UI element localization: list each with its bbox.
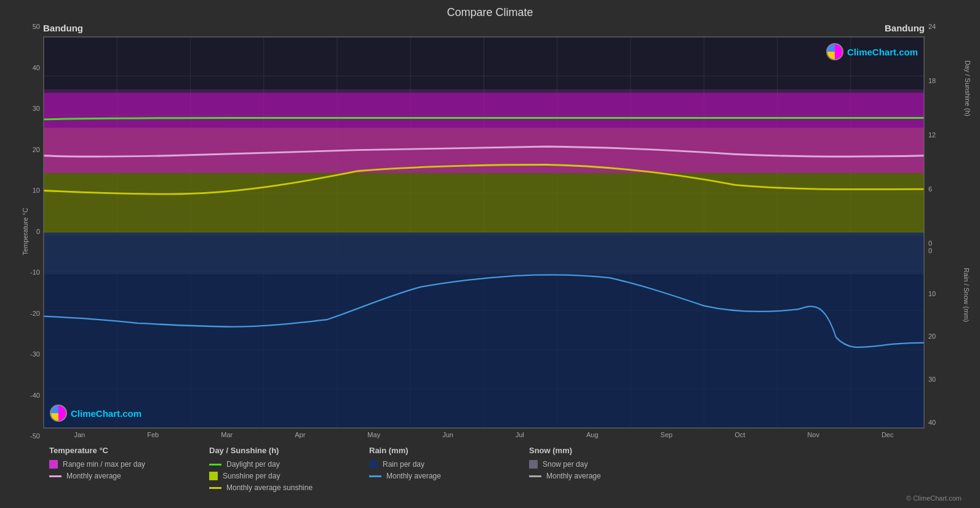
- legend-rain-avg: Monthly average: [369, 472, 504, 480]
- legend-snow-day: Snow per day: [529, 460, 664, 469]
- x-tick-mar: Mar: [221, 431, 233, 438]
- y-axis-left-label: Temperature °C: [22, 208, 29, 255]
- y-axis-right2: Rain / Snow (mm) 0 10 20 30 40: [925, 247, 968, 426]
- logo-text-bottom: ClimeChart.com: [71, 408, 141, 419]
- location-labels: Bandung Bandung: [43, 23, 925, 36]
- legend-daylight-swatch: [209, 464, 221, 466]
- x-tick-aug: Aug: [586, 431, 599, 438]
- legend-rain-avg-label: Monthly average: [386, 472, 441, 480]
- x-tick-apr: Apr: [295, 431, 305, 438]
- legend-temp-range: Range min / max per day: [49, 460, 185, 469]
- legend-temp-avg: Monthly average: [49, 472, 185, 480]
- legend-sunshine-title: Day / Sunshine (h): [209, 446, 345, 455]
- legend-rain-title: Rain (mm): [369, 446, 504, 455]
- x-tick-feb: Feb: [147, 431, 159, 438]
- y-axis-right2-label: Rain / Snow (mm): [963, 268, 970, 322]
- legend-sunshine-day: Sunshine per day: [209, 472, 345, 480]
- legend-snow: Snow (mm) Snow per day Monthly average: [529, 446, 664, 492]
- legend-rain: Rain (mm) Rain per day Monthly average: [369, 446, 504, 492]
- legend-temp-range-label: Range min / max per day: [63, 460, 145, 469]
- legend-snow-day-swatch: [529, 460, 538, 469]
- logo-text-top: ClimeChart.com: [847, 47, 918, 57]
- legend-temp-avg-swatch: [49, 475, 62, 477]
- legend-rain-avg-swatch: [369, 475, 381, 477]
- legend-daylight-label: Daylight per day: [226, 460, 280, 469]
- chart-title-row: Compare Climate: [12, 6, 968, 22]
- legend-snow-avg-swatch: [529, 475, 541, 477]
- svg-rect-34: [44, 233, 924, 429]
- x-tick-dec: Dec: [882, 431, 894, 438]
- chart-svg: [44, 37, 924, 428]
- page-title: Compare Climate: [12, 6, 968, 19]
- legend-sunshine-avg: Monthly average sunshine: [209, 483, 345, 492]
- logo-top-right: ClimeChart.com: [826, 43, 918, 60]
- svg-rect-35: [44, 89, 924, 173]
- legend-snow-avg-label: Monthly average: [546, 472, 601, 480]
- x-tick-jul: Jul: [516, 431, 524, 438]
- legend-rain-day: Rain per day: [369, 460, 504, 469]
- x-tick-sep: Sep: [661, 431, 673, 438]
- legend-temp-title: Temperature °C: [49, 446, 185, 455]
- location-left: Bandung: [43, 23, 83, 33]
- legend-sunshine-day-label: Sunshine per day: [223, 472, 280, 480]
- chart-area: ClimeChart.com ClimeChart.com: [43, 36, 925, 429]
- y-axis-left: Temperature °C 50 40 30 20 10 0 -10 -20 …: [12, 23, 43, 440]
- legend-snow-title: Snow (mm): [529, 446, 664, 455]
- legend-sunshine: Day / Sunshine (h) Daylight per day Suns…: [209, 446, 345, 492]
- y-axis-right-container: Day / Sunshine (h) 24 18 12 6 0 Rain / S…: [925, 23, 968, 440]
- legend-area: Temperature °C Range min / max per day M…: [12, 440, 968, 492]
- logo-bottom-left: ClimeChart.com: [50, 405, 141, 422]
- y-axis-right1-label: Day / Sunshine (h): [963, 60, 971, 116]
- x-tick-jan: Jan: [74, 431, 86, 438]
- legend-daylight: Daylight per day: [209, 460, 345, 469]
- x-tick-may: May: [367, 431, 380, 438]
- legend-sunshine-avg-label: Monthly average sunshine: [226, 483, 313, 492]
- legend-sunshine-day-swatch: [209, 472, 218, 480]
- x-tick-oct: Oct: [735, 431, 745, 438]
- y-axis-right1: Day / Sunshine (h) 24 18 12 6 0: [925, 23, 968, 247]
- legend-rain-day-swatch: [369, 460, 378, 469]
- legend-snow-avg: Monthly average: [529, 472, 664, 480]
- legend-snow-day-label: Snow per day: [543, 460, 588, 469]
- copyright: © ClimeChart.com: [12, 492, 968, 502]
- legend-rain-day-label: Rain per day: [383, 460, 424, 469]
- legend-temperature: Temperature °C Range min / max per day M…: [49, 446, 185, 492]
- logo-icon-bottom: [50, 405, 67, 422]
- legend-temp-range-swatch: [49, 460, 58, 469]
- x-tick-nov: Nov: [807, 431, 819, 438]
- x-tick-jun: Jun: [442, 431, 453, 438]
- legend-temp-avg-label: Monthly average: [66, 472, 121, 480]
- x-axis: Jan Feb Mar Apr May Jun Jul Aug Sep Oct …: [43, 429, 925, 440]
- logo-icon-top: [826, 43, 843, 60]
- location-right: Bandung: [885, 23, 925, 33]
- legend-sunshine-avg-swatch: [209, 487, 221, 489]
